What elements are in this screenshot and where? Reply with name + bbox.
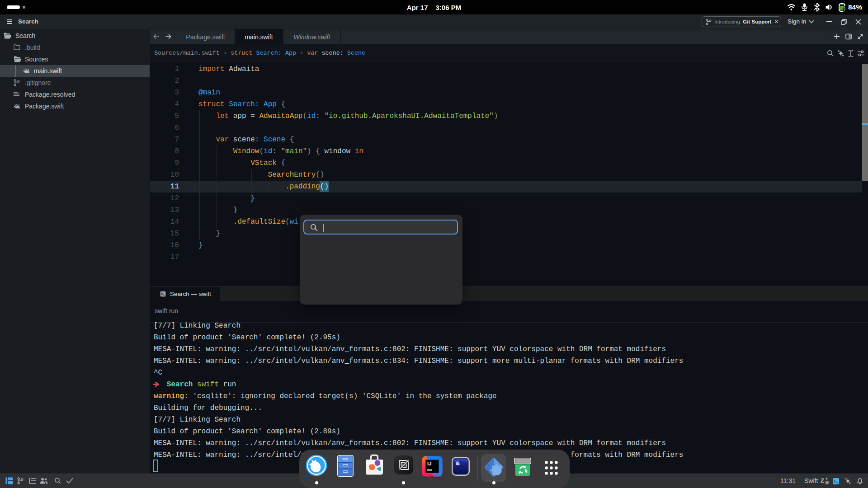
svg-text:IJ: IJ xyxy=(427,461,432,466)
svg-text:Z: Z xyxy=(821,477,824,484)
